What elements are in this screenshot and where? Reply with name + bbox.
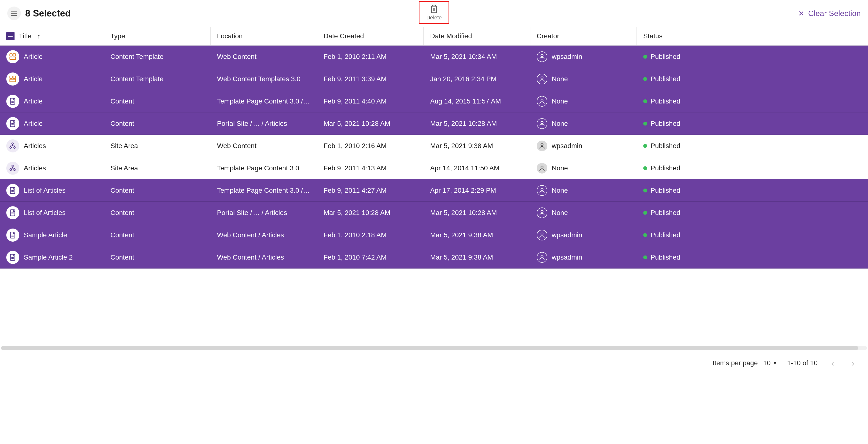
cell-creator: None (530, 157, 637, 179)
cell-location-text: Web Content (217, 142, 256, 150)
user-avatar-icon (537, 163, 547, 174)
cell-type: Content (104, 224, 211, 246)
cell-date-modified: Aug 14, 2015 11:57 AM (424, 90, 530, 112)
column-header-creator[interactable]: Creator (530, 27, 637, 45)
cell-date-created-text: Mar 5, 2021 10:28 AM (323, 209, 391, 217)
selection-count: 8 Selected (25, 8, 71, 19)
column-title-label: Title (19, 32, 31, 40)
creator-name: wpsadmin (552, 142, 582, 150)
column-created-label: Date Created (323, 32, 364, 40)
table-row[interactable]: ArticleContent TemplateWeb ContentFeb 1,… (0, 46, 868, 68)
cell-location-text: Template Page Content 3.0 (217, 164, 299, 172)
table-row[interactable]: ArticleContentTemplate Page Content 3.0 … (0, 90, 868, 113)
menu-icon (11, 11, 17, 16)
content-icon (6, 206, 20, 219)
cell-creator: wpsadmin (530, 46, 637, 68)
cell-date-modified-text: Apr 14, 2014 11:50 AM (430, 164, 499, 172)
cell-date-modified: Mar 5, 2021 10:28 AM (424, 113, 530, 135)
table-row[interactable]: Sample ArticleContentWeb Content / Artic… (0, 224, 868, 246)
table-row[interactable]: List of ArticlesContentPortal Site / ...… (0, 202, 868, 224)
title-text: List of Articles (24, 187, 66, 195)
content-icon (6, 251, 20, 264)
creator-name: None (552, 164, 568, 172)
creator-name: None (552, 120, 568, 127)
items-per-page-label: Items per page (713, 359, 758, 367)
cell-date-created: Mar 5, 2021 10:28 AM (317, 202, 424, 224)
cell-location: Web Content / Articles (211, 246, 317, 268)
cell-location: Portal Site / ... / Articles (211, 202, 317, 224)
user-avatar-icon (537, 141, 547, 151)
cell-status: Published (637, 179, 868, 201)
menu-button[interactable] (7, 6, 21, 20)
horizontal-scrollbar[interactable] (1, 346, 867, 350)
cell-location: Template Page Content 3.0 (211, 157, 317, 179)
table-row[interactable]: Sample Article 2ContentWeb Content / Art… (0, 246, 868, 269)
creator-name: None (552, 97, 568, 105)
cell-title: Article (0, 113, 104, 135)
title-text: Sample Article (24, 231, 67, 239)
cell-date-created-text: Feb 1, 2010 2:11 AM (323, 53, 386, 61)
status-dot-icon (643, 122, 647, 125)
scrollbar-thumb[interactable] (1, 346, 858, 350)
cell-type-text: Content (111, 187, 134, 195)
cell-date-created: Feb 1, 2010 2:11 AM (317, 46, 424, 68)
table-header: Title ↑ Type Location Date Created Date … (0, 27, 868, 46)
cell-location: Web Content Templates 3.0 (211, 68, 317, 90)
column-header-date-created[interactable]: Date Created (317, 27, 424, 45)
cell-creator: wpsadmin (530, 135, 637, 157)
user-avatar-icon (537, 51, 547, 62)
sort-ascending-icon: ↑ (37, 32, 40, 40)
column-header-location[interactable]: Location (211, 27, 317, 45)
cell-location-text: Web Content / Articles (217, 231, 284, 239)
status-dot-icon (643, 188, 647, 193)
table-row[interactable]: ArticlesSite AreaTemplate Page Content 3… (0, 157, 868, 179)
selection-toolbar: 8 Selected Delete ✕ Clear Selection (0, 0, 868, 27)
cell-location: Web Content / Articles (211, 224, 317, 246)
status-dot-icon (643, 211, 647, 215)
column-header-date-modified[interactable]: Date Modified (424, 27, 530, 45)
next-page-button[interactable]: › (848, 358, 858, 368)
table-row[interactable]: List of ArticlesContentTemplate Page Con… (0, 179, 868, 202)
cell-type-text: Content (111, 120, 134, 127)
cell-date-created-text: Feb 9, 2011 4:40 AM (323, 97, 386, 105)
cell-creator: None (530, 90, 637, 112)
template-icon (6, 72, 20, 86)
select-all-checkbox[interactable] (6, 32, 14, 40)
status-text: Published (651, 254, 680, 261)
status-dot-icon (643, 233, 647, 237)
cell-creator: None (530, 179, 637, 201)
title-text: Article (24, 97, 42, 105)
trash-icon (430, 4, 438, 13)
table-row[interactable]: ArticlesSite AreaWeb ContentFeb 1, 2010 … (0, 135, 868, 157)
status-dot-icon (643, 99, 647, 103)
column-header-status[interactable]: Status (637, 27, 868, 45)
cell-type-text: Content (111, 209, 134, 217)
status-dot-icon (643, 77, 647, 81)
column-header-title[interactable]: Title ↑ (0, 27, 104, 45)
table-row[interactable]: ArticleContent TemplateWeb Content Templ… (0, 68, 868, 90)
table-row[interactable]: ArticleContentPortal Site / ... / Articl… (0, 113, 868, 135)
cell-date-created: Feb 1, 2010 7:42 AM (317, 246, 424, 268)
cell-date-modified-text: Mar 5, 2021 10:34 AM (430, 53, 497, 61)
delete-button[interactable]: Delete (419, 1, 449, 24)
status-text: Published (651, 53, 680, 61)
cell-type-text: Site Area (111, 142, 138, 150)
prev-page-button[interactable]: ‹ (827, 358, 838, 368)
cell-location-text: Template Page Content 3.0 / Artic... (217, 97, 311, 105)
clear-selection-button[interactable]: ✕ Clear Selection (798, 9, 861, 18)
page-size-select[interactable]: 10 ▼ (763, 359, 777, 367)
cell-location-text: Portal Site / ... / Articles (217, 209, 287, 217)
table-body: ArticleContent TemplateWeb ContentFeb 1,… (0, 46, 868, 269)
cell-date-created: Feb 1, 2010 2:16 AM (317, 135, 424, 157)
cell-date-modified: Mar 5, 2021 10:28 AM (424, 202, 530, 224)
status-dot-icon (643, 166, 647, 170)
creator-name: wpsadmin (552, 254, 582, 261)
cell-date-created-text: Feb 1, 2010 2:16 AM (323, 142, 386, 150)
column-header-type[interactable]: Type (104, 27, 211, 45)
user-avatar-icon (537, 96, 547, 107)
column-modified-label: Date Modified (430, 32, 472, 40)
status-text: Published (651, 120, 680, 127)
cell-title: Article (0, 68, 104, 90)
creator-name: None (552, 75, 568, 83)
user-avatar-icon (537, 118, 547, 129)
